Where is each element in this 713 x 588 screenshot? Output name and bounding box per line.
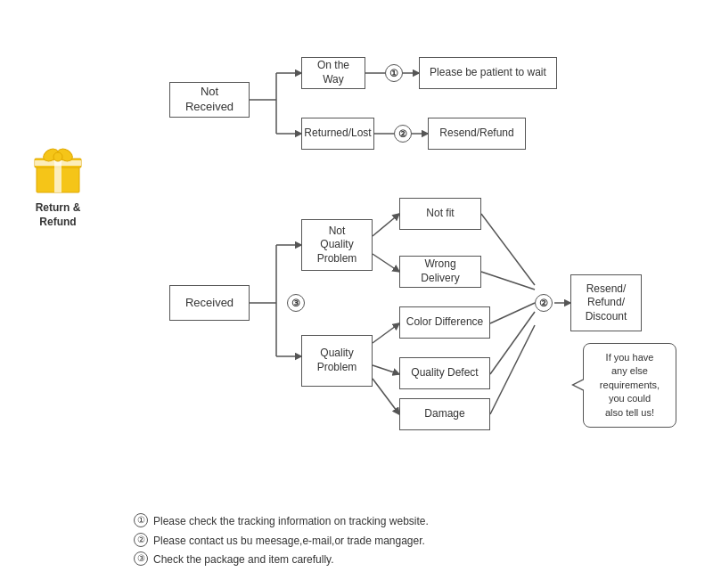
footnote-3: ③ Check the package and item carefully. (134, 551, 429, 570)
circle-3: ③ (287, 294, 305, 312)
not-quality-box: Not Quality Problem (301, 219, 373, 271)
icon-label: Return & Refund (18, 201, 98, 229)
svg-line-25 (373, 379, 399, 414)
icon-area: Return & Refund (18, 143, 98, 229)
rrd-box: Resend/ Refund/ Discount (570, 274, 642, 331)
footnote-text-1: Please check the tracking information on… (153, 512, 429, 532)
circle-2-top: ② (394, 125, 412, 143)
svg-point-6 (53, 152, 62, 161)
received-box: Received (169, 285, 250, 321)
returned-lost-box: Returned/Lost (301, 118, 374, 150)
quality-problem-box: Quality Problem (301, 335, 373, 387)
footnotes: ① Please check the tracking information … (134, 512, 429, 570)
svg-line-28 (490, 303, 535, 323)
svg-line-27 (481, 272, 535, 290)
svg-line-23 (373, 323, 399, 343)
please-wait-box: Please be patient to wait (419, 57, 557, 89)
svg-line-30 (490, 325, 535, 414)
on-the-way-box: On the Way (301, 57, 365, 89)
page-container: Return & Refund (0, 0, 713, 588)
svg-line-21 (373, 214, 399, 236)
svg-line-26 (481, 214, 535, 285)
circle-1: ① (385, 64, 403, 82)
footnote-text-2: Please contact us bu meesage,e-mail,or t… (153, 532, 425, 551)
damage-box: Damage (399, 398, 490, 430)
svg-line-29 (490, 312, 535, 374)
not-received-box: Not Received (169, 82, 250, 118)
wrong-delivery-box: Wrong Delivery (399, 256, 481, 288)
svg-line-24 (373, 365, 399, 374)
flowchart: Not Received On the Way ① Please be pati… (98, 18, 686, 535)
footnote-num-3: ③ (134, 551, 148, 566)
circle-2-right: ② (535, 294, 553, 312)
footnote-1: ① Please check the tracking information … (134, 512, 429, 532)
footnote-num-1: ① (134, 513, 148, 527)
footnote-text-3: Check the package and item carefully. (153, 551, 334, 570)
gift-icon (31, 143, 85, 196)
quality-defect-box: Quality Defect (399, 357, 490, 389)
color-difference-box: Color Difference (399, 306, 490, 339)
footnote-2: ② Please contact us bu meesage,e-mail,or… (134, 532, 429, 551)
svg-line-22 (373, 254, 399, 272)
speech-bubble: If you have any else requirements, you c… (583, 343, 676, 428)
footnote-num-2: ② (134, 533, 148, 547)
not-fit-box: Not fit (399, 198, 481, 230)
resend-refund-top-box: Resend/Refund (428, 118, 526, 150)
